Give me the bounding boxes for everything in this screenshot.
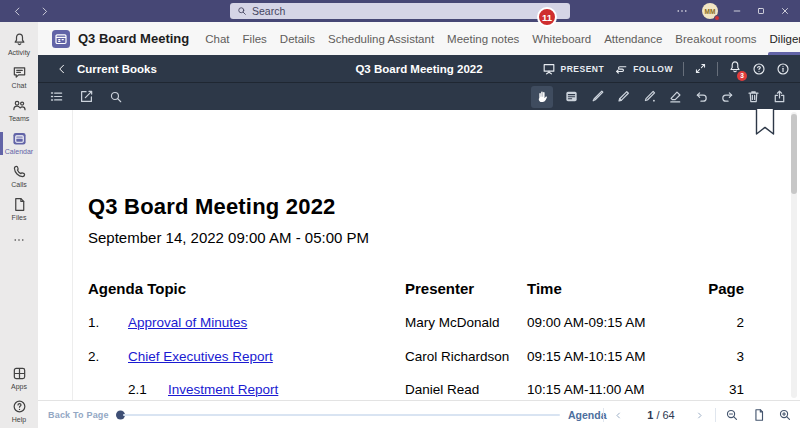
hand-icon [535,89,550,104]
next-page-button[interactable] [694,401,705,428]
sidebar-item-activity[interactable]: Activity [0,28,38,61]
signature-pen-tool-icon[interactable] [642,89,657,104]
compose-note-icon[interactable] [79,89,94,104]
pen-tool-icon[interactable] [590,89,605,104]
divider [715,408,716,422]
app-rail: Activity Chat Teams Calendar Calls Files [0,22,38,428]
chat-bubble-icon [12,65,27,80]
tab-meeting-notes[interactable]: Meeting notes [447,22,519,55]
agenda-topic-link[interactable]: Approval of Minutes [128,315,247,330]
agenda-page: 3 [668,349,744,364]
teams-window: MM Q3 Board Meeting Chat Files Details S… [0,0,800,428]
fit-page-button[interactable] [752,401,766,428]
previous-page-button[interactable] [613,401,624,428]
history-forward-icon[interactable] [39,6,50,17]
notifications-badge: 3 [737,71,747,81]
notifications-button[interactable]: 3 [728,60,742,78]
tab-breakout-rooms[interactable]: Breakout rooms [675,22,756,55]
agenda-row-number: 2.1 [128,382,147,397]
rail-label: Chat [12,82,27,89]
back-to-current-books[interactable]: Current Books [56,55,157,82]
tab-whiteboard[interactable]: Whiteboard [532,22,591,55]
tab-diligent[interactable]: Diligent [770,22,800,55]
redo-icon[interactable] [720,89,735,104]
close-window-icon[interactable] [780,6,790,16]
sidebar-item-calls[interactable]: Calls [0,160,38,193]
sidebar-item-help[interactable]: Help [0,395,38,428]
present-button[interactable]: PRESENT [542,62,605,76]
avatar[interactable]: MM [702,3,718,19]
rail-label: Calls [11,181,27,188]
more-options-icon[interactable] [676,5,688,17]
info-circle-icon[interactable] [776,62,790,76]
tab-scheduling-assistant[interactable]: Scheduling Assistant [328,22,434,55]
help-circle-icon[interactable] [752,62,766,76]
rail-label: Calendar [5,148,33,155]
agenda-presenter: Daniel Read [405,382,479,397]
search-input[interactable] [252,5,563,17]
rail-label: Apps [11,383,27,390]
column-header-presenter: Presenter [405,280,474,297]
document-title: Q3 Board Meeting 2022 [88,194,336,220]
agenda-page: 2 [668,315,744,330]
back-to-page-button[interactable]: Back To Page [48,401,109,428]
tabs: Chat Files Details Scheduling Assistant … [205,22,800,55]
column-header-agenda-topic: Agenda Topic [88,280,186,297]
agenda-topic-link[interactable]: Chief Executives Report [128,349,273,364]
teams-people-icon [12,98,27,113]
rail-label: Activity [8,49,30,56]
current-books-label: Current Books [77,63,157,75]
zoom-in-button[interactable] [778,401,792,428]
pencil-tool-icon[interactable] [616,89,631,104]
page-indicator: 1 / 64 [636,401,686,428]
current-page: 1 [647,409,653,421]
minimize-icon[interactable] [732,6,742,16]
meeting-title: Q3 Board Meeting [78,31,189,46]
maximize-icon[interactable] [756,6,766,16]
sidebar-item-teams[interactable]: Teams [0,94,38,127]
chevron-left-icon [613,410,624,421]
section-label[interactable]: Agenda [568,401,607,428]
table-of-contents-icon[interactable] [49,89,64,104]
tab-chat[interactable]: Chat [205,22,229,55]
tab-details[interactable]: Details [280,22,315,55]
calendar-icon [12,131,27,146]
tab-attendance[interactable]: Attendance [604,22,662,55]
sidebar-item-calendar[interactable]: Calendar [0,127,38,160]
meeting-calendar-icon [52,30,70,48]
avatar-initials: MM [705,8,716,15]
document-search-icon[interactable] [109,90,123,104]
sidebar-more-button[interactable] [13,226,25,256]
sidebar-item-apps[interactable]: Apps [0,362,38,395]
page-separator: / [656,409,659,421]
viewer-footer: Back To Page Agenda 1 / 64 [38,400,800,428]
page-slider-track[interactable] [123,414,560,416]
delete-annotation-icon[interactable] [746,89,761,104]
undo-icon[interactable] [694,89,709,104]
sidebar-item-chat[interactable]: Chat [0,61,38,94]
history-back-icon[interactable] [12,6,23,17]
agenda-presenter: Carol Richardson [405,349,509,364]
help-icon [12,399,27,414]
agenda-row-number: 1. [88,315,99,330]
sidebar-item-files[interactable]: Files [0,193,38,226]
diligent-notification-badge: 11 [537,7,557,27]
hand-pan-tool[interactable] [531,86,553,108]
highlighter-tool-icon[interactable] [668,89,683,104]
export-share-icon[interactable] [772,89,787,104]
chevron-right-icon [694,410,705,421]
agenda-topic-link[interactable]: Investment Report [168,382,278,397]
titlebar: MM [0,0,800,22]
agenda-row-number: 2. [88,349,99,364]
zoom-out-button[interactable] [725,401,739,428]
divider [717,62,718,76]
follow-button[interactable]: FOLLOW [614,62,673,76]
sticky-note-tool-icon[interactable] [564,89,579,104]
fullscreen-expand-icon[interactable] [694,62,707,75]
tab-files[interactable]: Files [243,22,267,55]
search-bar[interactable] [230,3,570,19]
bookmark-ribbon-icon[interactable] [755,109,775,136]
scrollbar-thumb[interactable] [791,114,797,194]
agenda-time: 09:15 AM-10:15 AM [527,349,646,364]
follow-arrows-icon [614,62,628,76]
